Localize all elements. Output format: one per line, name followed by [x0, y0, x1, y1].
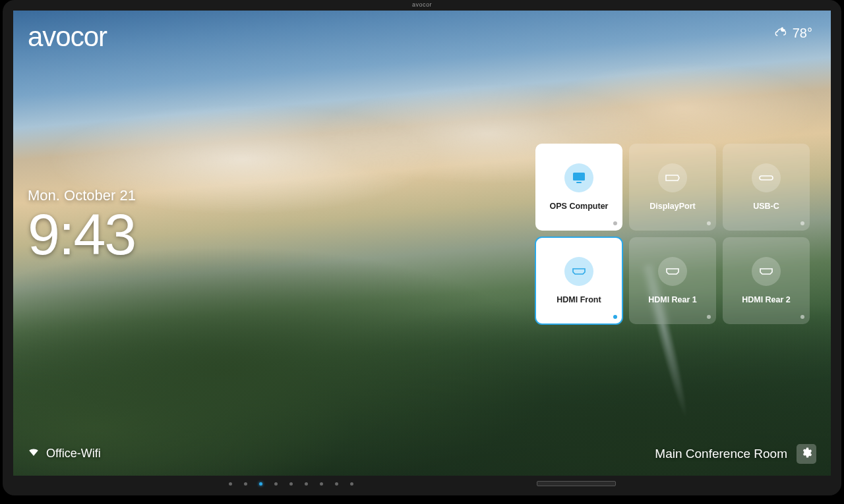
status-dot	[707, 315, 711, 319]
svg-rect-0	[573, 173, 585, 181]
brand-logo: avocor	[28, 21, 107, 53]
source-tile-hdmi-rear1[interactable]: HDMI Rear 1	[629, 237, 716, 324]
source-label: HDMI Front	[557, 295, 601, 304]
wifi-ssid: Office-Wifi	[46, 447, 101, 461]
displayport-icon	[658, 163, 687, 192]
pen-tray	[537, 481, 616, 486]
gear-icon	[800, 447, 812, 462]
svg-rect-2	[760, 176, 773, 180]
source-label: HDMI Rear 2	[742, 295, 791, 304]
source-label: USB-C	[753, 202, 779, 211]
source-label: DisplayPort	[649, 202, 695, 211]
monitor-icon	[564, 163, 593, 192]
hardware-button-strip	[13, 477, 831, 490]
status-dot	[613, 221, 617, 225]
status-dot	[800, 221, 804, 225]
clock-widget: Mon. October 21 9:43	[28, 187, 136, 264]
room-name: Main Conference Room	[655, 447, 787, 461]
status-dot	[707, 221, 711, 225]
source-tile-hdmi-front[interactable]: HDMI Front	[535, 237, 622, 324]
display-frame: avocor avocor 78° Mon. October 21 9:43 O…	[3, 0, 841, 495]
wifi-icon	[28, 446, 40, 461]
source-tile-usbc[interactable]: USB-C	[723, 144, 810, 231]
source-tile-ops[interactable]: OPS Computer	[535, 144, 622, 231]
status-dot	[613, 315, 617, 319]
temperature-value: 78°	[793, 26, 812, 41]
source-grid: OPS ComputerDisplayPortUSB-CHDMI FrontHD…	[535, 144, 810, 324]
source-label: HDMI Rear 1	[648, 295, 697, 304]
hdmi-icon	[564, 257, 593, 286]
source-label: OPS Computer	[550, 202, 609, 211]
home-screen: avocor 78° Mon. October 21 9:43 OPS Comp…	[13, 11, 831, 476]
hdmi-icon	[658, 257, 687, 286]
cloud-night-icon	[774, 25, 787, 42]
time-label: 9:43	[28, 206, 136, 264]
source-tile-dp[interactable]: DisplayPort	[629, 144, 716, 231]
hdmi-icon	[752, 257, 781, 286]
weather-widget[interactable]: 78°	[774, 25, 812, 42]
svg-rect-1	[576, 182, 582, 183]
bezel-brand: avocor	[412, 1, 432, 8]
source-tile-hdmi-rear2[interactable]: HDMI Rear 2	[723, 237, 810, 324]
wifi-status[interactable]: Office-Wifi	[28, 446, 101, 461]
settings-button[interactable]	[797, 444, 816, 464]
usbc-icon	[752, 163, 781, 192]
status-dot	[800, 315, 804, 319]
